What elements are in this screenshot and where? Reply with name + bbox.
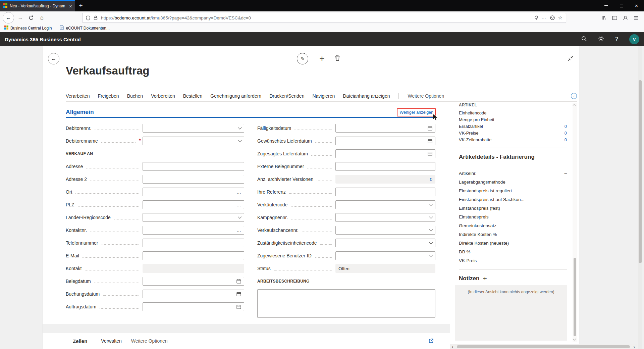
field-value[interactable]: 0 bbox=[430, 177, 432, 182]
sidebar-toggle-icon[interactable] bbox=[609, 12, 620, 23]
zugesagtes-lieferdatum-field[interactable] bbox=[335, 149, 435, 158]
notes-title[interactable]: Notizen bbox=[459, 275, 479, 282]
avatar[interactable]: V bbox=[629, 34, 639, 44]
bookmark-star-icon[interactable]: ☆ bbox=[558, 15, 562, 21]
section-title-allgemein[interactable]: Allgemein bbox=[66, 109, 94, 116]
factbox-label[interactable]: VK-Preis bbox=[459, 258, 477, 263]
factbox-value[interactable]: 0 bbox=[565, 124, 567, 129]
factbox-label[interactable]: Einheitencode bbox=[459, 110, 486, 115]
factbox-label[interactable]: Artikelnr. bbox=[459, 171, 477, 176]
url-text[interactable]: https://bcdemo.ecount.at/kmu365/?page=42… bbox=[101, 15, 531, 20]
lock-icon[interactable] bbox=[94, 15, 98, 20]
menu-buchen[interactable]: Buchen bbox=[127, 93, 143, 99]
collapse-icon[interactable] bbox=[567, 55, 574, 63]
account-icon[interactable] bbox=[620, 12, 631, 23]
debitorennr-field[interactable] bbox=[143, 124, 244, 133]
factbox-heading[interactable]: Artikeldetails - Fakturierung bbox=[459, 154, 567, 161]
factbox-label[interactable]: Indirekte Kosten % bbox=[459, 232, 497, 237]
factbox-value[interactable]: – bbox=[564, 171, 567, 176]
ort-field[interactable]: … bbox=[143, 188, 244, 196]
edit-button[interactable]: ✎ bbox=[297, 53, 308, 64]
factbox-label[interactable]: Einstandspreis ist reguliert bbox=[459, 188, 512, 193]
debitorenname-field[interactable] bbox=[143, 137, 244, 145]
page-scrollbar-vertical[interactable] bbox=[638, 46, 642, 349]
tracking-shield-icon[interactable] bbox=[86, 15, 90, 20]
plz-field[interactable]: … bbox=[143, 200, 244, 209]
factbox-label[interactable]: Lagerabgangsmethode bbox=[459, 180, 505, 185]
scrollbar-thumb[interactable] bbox=[457, 345, 630, 348]
factbox-label[interactable]: Einstandspreis bbox=[459, 214, 489, 219]
menu-bestellen[interactable]: Bestellen bbox=[183, 93, 203, 99]
menu-drucken-senden[interactable]: Drucken/Senden bbox=[269, 93, 304, 99]
buchungsdatum-field[interactable] bbox=[143, 290, 244, 298]
menu-icon[interactable] bbox=[631, 12, 641, 23]
window-maximize-button[interactable] bbox=[614, 0, 629, 11]
adresse-2-field[interactable] bbox=[143, 175, 244, 184]
factbox-value[interactable]: – bbox=[564, 197, 567, 202]
url-bar[interactable]: https://bcdemo.ecount.at/kmu365/?page=42… bbox=[82, 13, 566, 23]
menu-verarbeiten[interactable]: Verarbeiten bbox=[66, 93, 90, 99]
settings-gear-icon[interactable] bbox=[598, 36, 604, 43]
bookmark-business-central[interactable]: Business Central Login bbox=[4, 26, 52, 31]
add-note-icon[interactable]: + bbox=[483, 275, 487, 283]
verkaeufercode-field[interactable] bbox=[335, 200, 435, 209]
scroll-down-icon[interactable] bbox=[573, 337, 576, 341]
expand-lines-icon[interactable] bbox=[428, 338, 434, 344]
assist-edit-icon[interactable]: … bbox=[236, 202, 241, 207]
menu-navigieren[interactable]: Navigieren bbox=[312, 93, 335, 99]
ihre-referenz-field[interactable] bbox=[335, 188, 435, 196]
page-scrollbar-horizontal[interactable]: ‹ › bbox=[450, 344, 637, 349]
kampagnennr-field[interactable] bbox=[335, 213, 435, 222]
arbeitsbeschreibung-textarea[interactable] bbox=[257, 289, 435, 318]
assist-edit-icon[interactable]: … bbox=[236, 189, 241, 195]
browser-tab[interactable]: Neu - Verkaufsauftrag - Dynam × bbox=[0, 0, 75, 11]
menu-freigeben[interactable]: Freigeben bbox=[98, 93, 119, 99]
menu-weitere-optionen[interactable]: Weitere Optionen bbox=[408, 93, 444, 99]
factbox-label[interactable]: Ersatzartikel bbox=[459, 124, 483, 129]
page-action-lightbulb-icon[interactable] bbox=[534, 15, 538, 20]
new-document-button[interactable]: + bbox=[316, 53, 328, 64]
scroll-right-icon[interactable]: › bbox=[634, 344, 635, 349]
auftragsdatum-field[interactable] bbox=[143, 302, 244, 311]
show-less-link[interactable]: Weniger anzeigen bbox=[397, 108, 436, 116]
factbox-label[interactable]: Gemeinkostensatz bbox=[459, 223, 496, 228]
menu-vorbereiten[interactable]: Vorbereiten bbox=[151, 93, 175, 99]
menu-dateianhang-anzeigen[interactable]: Dateianhang anzeigen bbox=[343, 93, 390, 99]
factbox-label[interactable]: Menge pro Einheit bbox=[459, 117, 494, 122]
bookmark-ecount[interactable]: eCOUNT Dokumenten... bbox=[60, 25, 110, 31]
kontaktnr-field[interactable]: … bbox=[143, 226, 244, 235]
delete-button[interactable] bbox=[335, 55, 340, 62]
info-icon[interactable]: i bbox=[571, 93, 577, 99]
factbox-group-artikel[interactable]: ARTIKEL bbox=[459, 103, 567, 109]
search-icon[interactable] bbox=[581, 36, 587, 43]
factbox-value[interactable]: 0 bbox=[565, 137, 567, 142]
home-button[interactable]: ⌂ bbox=[37, 12, 47, 23]
assist-edit-icon[interactable]: … bbox=[236, 228, 241, 233]
email-field[interactable] bbox=[143, 251, 244, 260]
externe-belegnummer-field[interactable] bbox=[335, 162, 435, 171]
gewuenschtes-lieferdatum-field[interactable] bbox=[335, 137, 435, 145]
scrollbar-thumb[interactable] bbox=[639, 80, 642, 263]
new-tab-button[interactable]: + bbox=[75, 0, 87, 11]
reload-button[interactable] bbox=[26, 12, 37, 23]
factbox-value[interactable]: 0 bbox=[565, 131, 567, 136]
window-close-button[interactable]: × bbox=[629, 0, 644, 11]
verkaufschancennr-field[interactable] bbox=[335, 226, 435, 235]
page-actions-icon[interactable]: ⋯ bbox=[542, 15, 547, 20]
zugewiesene-benutzer-id-field[interactable] bbox=[335, 251, 435, 260]
help-icon[interactable]: ? bbox=[615, 36, 618, 42]
scroll-up-icon[interactable] bbox=[573, 104, 576, 107]
menu-verwalten[interactable]: Verwalten bbox=[101, 338, 121, 344]
belegdatum-field[interactable] bbox=[143, 277, 244, 286]
scrollbar-thumb[interactable] bbox=[574, 258, 576, 336]
zustaendigkeitseinheitencode-field[interactable] bbox=[335, 239, 435, 247]
back-button[interactable]: ← bbox=[3, 12, 14, 23]
pocket-icon[interactable] bbox=[550, 15, 555, 20]
page-back-button[interactable]: ← bbox=[48, 53, 59, 64]
factbox-label[interactable]: VK-Preise bbox=[459, 131, 479, 136]
laender-regionscode-field[interactable] bbox=[143, 213, 244, 222]
factbox-label[interactable]: Direkte Kosten (neueste) bbox=[459, 241, 509, 246]
tab-close-icon[interactable]: × bbox=[69, 4, 72, 9]
factbox-label[interactable]: Einstandspreis (fest) bbox=[459, 206, 500, 211]
factbox-label[interactable]: DB % bbox=[459, 249, 471, 254]
